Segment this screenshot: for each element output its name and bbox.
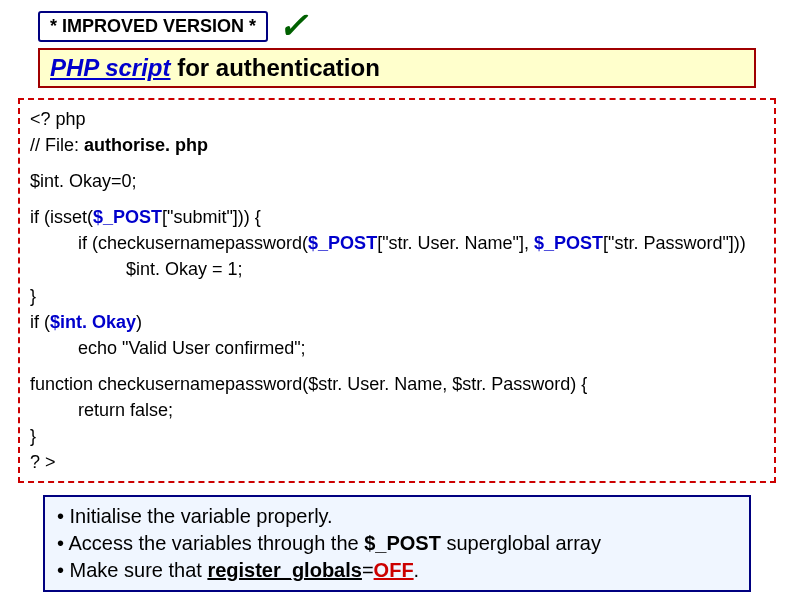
note-text: = xyxy=(362,559,374,581)
code-text: if ( xyxy=(30,312,50,332)
bullet-item: • Make sure that register_globals=OFF. xyxy=(57,557,737,584)
spacer xyxy=(30,361,764,371)
code-line: } xyxy=(30,423,764,449)
note-text: . xyxy=(414,559,420,581)
code-line: $int. Okay = 1; xyxy=(30,256,764,282)
code-line: // File: authorise. php xyxy=(30,132,764,158)
code-block: <? php // File: authorise. php $int. Oka… xyxy=(18,98,776,483)
code-text: ["str. User. Name"], xyxy=(377,233,534,253)
code-line: function checkusernamepassword($str. Use… xyxy=(30,371,764,397)
code-text: ["submit"])) { xyxy=(162,207,261,227)
code-filename: authorise. php xyxy=(84,135,208,155)
intokay-var: $int. Okay xyxy=(50,312,136,332)
spacer xyxy=(30,194,764,204)
code-line: } xyxy=(30,283,764,309)
notes-box: • Initialise the variable properly. • Ac… xyxy=(43,495,751,592)
code-line: if (isset($_POST["submit"])) { xyxy=(30,204,764,230)
note-text: • Access the variables through the xyxy=(57,532,364,554)
title-emphasis: PHP script xyxy=(50,54,170,81)
bullet-item: • Access the variables through the $_POS… xyxy=(57,530,737,557)
improved-version-badge: * IMPROVED VERSION * xyxy=(38,11,268,42)
code-line: ? > xyxy=(30,449,764,475)
bullet-item: • Initialise the variable properly. xyxy=(57,503,737,530)
code-text: if (checkusernamepassword( xyxy=(78,233,308,253)
title-text: for authentication xyxy=(170,54,379,81)
header-row: * IMPROVED VERSION * ✓ xyxy=(38,8,786,44)
code-line: if ($int. Okay) xyxy=(30,309,764,335)
code-text: if (isset( xyxy=(30,207,93,227)
code-line: <? php xyxy=(30,106,764,132)
code-line: $int. Okay=0; xyxy=(30,168,764,194)
code-line: return false; xyxy=(30,397,764,423)
code-text: // File: xyxy=(30,135,84,155)
post-superglobal: $_POST xyxy=(534,233,603,253)
note-text: superglobal array xyxy=(441,532,601,554)
register-globals: register_globals xyxy=(207,559,362,581)
checkmark-icon: ✓ xyxy=(278,8,308,44)
post-superglobal: $_POST xyxy=(93,207,162,227)
code-text: ) xyxy=(136,312,142,332)
post-superglobal: $_POST xyxy=(364,532,441,554)
off-value: OFF xyxy=(374,559,414,581)
post-superglobal: $_POST xyxy=(308,233,377,253)
title-box: PHP script for authentication xyxy=(38,48,756,88)
code-text: ["str. Password"])) xyxy=(603,233,746,253)
note-text: • Make sure that xyxy=(57,559,207,581)
code-line: if (checkusernamepassword($_POST["str. U… xyxy=(30,230,764,256)
code-line: echo "Valid User confirmed"; xyxy=(30,335,764,361)
spacer xyxy=(30,158,764,168)
